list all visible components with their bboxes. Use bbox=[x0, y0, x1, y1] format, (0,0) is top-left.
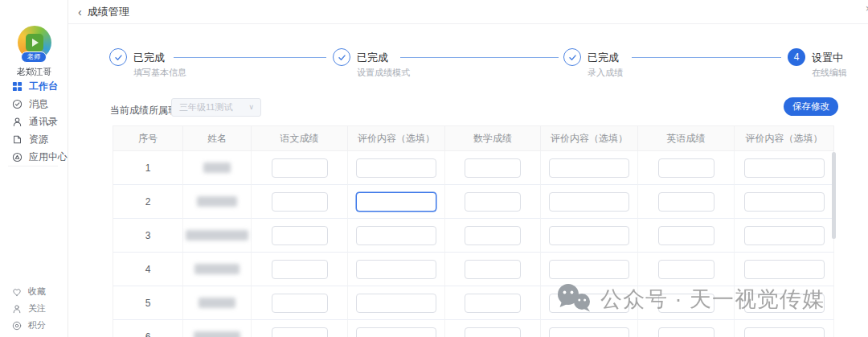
chinese-comment-cell bbox=[348, 185, 445, 219]
english-comment-cell bbox=[735, 151, 834, 185]
column-header: 序号 bbox=[113, 126, 183, 151]
chinese-score-input[interactable] bbox=[272, 192, 328, 212]
table-row: 2 bbox=[113, 185, 834, 219]
math-score-input[interactable] bbox=[465, 294, 521, 313]
points-icon bbox=[12, 321, 22, 331]
sidebar-item-resources[interactable]: 资源 bbox=[0, 130, 68, 148]
english-comment-input[interactable] bbox=[744, 226, 825, 245]
sidebar-item-label: 消息 bbox=[29, 97, 48, 111]
math-score-input[interactable] bbox=[465, 260, 521, 279]
math-score-input[interactable] bbox=[465, 158, 521, 178]
math-score-input[interactable] bbox=[465, 226, 521, 245]
row-number-cell: 3 bbox=[113, 219, 183, 253]
chinese-score-input[interactable] bbox=[272, 327, 328, 337]
sidebar-item-message[interactable]: 消息 bbox=[0, 95, 68, 113]
english-comment-input[interactable] bbox=[744, 260, 825, 279]
english-score-input[interactable] bbox=[658, 260, 714, 279]
chinese-score-input[interactable] bbox=[272, 226, 328, 245]
step-subtitle: 录入成绩 bbox=[588, 67, 623, 79]
sidebar-item-heart[interactable]: 收藏 bbox=[0, 283, 68, 300]
chinese-score-input[interactable] bbox=[272, 260, 328, 279]
main-content: 已完成填写基本信息已完成设置成绩模式已完成录入成绩4设置中在线编辑 当前成绩所属… bbox=[68, 24, 868, 337]
step-title: 已完成 bbox=[588, 51, 619, 65]
save-button[interactable]: 保存修改 bbox=[784, 97, 838, 116]
english-score-cell bbox=[638, 219, 735, 253]
math-score-cell bbox=[445, 286, 541, 320]
chinese-score-input[interactable] bbox=[272, 294, 328, 313]
app-window: 老师 老郑江哥 工作台消息通讯录资源应用中心 收藏关注积分 ‹ 成绩管理 × ×… bbox=[0, 0, 868, 337]
english-comment-input[interactable] bbox=[744, 294, 825, 313]
chevron-left-icon: ‹ bbox=[78, 6, 82, 18]
class-select[interactable]: 三年级11测试 ∨ bbox=[171, 98, 261, 117]
student-name-redacted bbox=[203, 162, 231, 173]
math-comment-input[interactable] bbox=[549, 226, 629, 245]
math-score-input[interactable] bbox=[465, 192, 521, 212]
math-comment-cell bbox=[541, 219, 638, 253]
english-score-cell bbox=[638, 151, 735, 185]
back-button[interactable]: ‹ bbox=[78, 6, 82, 18]
english-comment-cell bbox=[735, 320, 834, 337]
math-score-cell bbox=[445, 219, 541, 253]
table-scrollbar[interactable] bbox=[832, 152, 836, 239]
math-comment-input[interactable] bbox=[549, 192, 629, 212]
chinese-comment-cell bbox=[348, 286, 445, 320]
chinese-comment-input[interactable] bbox=[356, 327, 436, 337]
heart-icon bbox=[12, 287, 22, 297]
column-header: 姓名 bbox=[183, 126, 252, 151]
sidebar-item-app-center[interactable]: 应用中心 bbox=[0, 148, 68, 166]
chinese-score-input[interactable] bbox=[272, 158, 328, 178]
math-comment-cell bbox=[541, 185, 638, 219]
english-score-input[interactable] bbox=[658, 158, 714, 178]
page-title: 成绩管理 bbox=[88, 5, 129, 19]
math-comment-input[interactable] bbox=[549, 260, 629, 279]
student-name-cell bbox=[183, 219, 252, 253]
student-name-cell bbox=[183, 253, 252, 286]
step-title: 设置中 bbox=[812, 51, 843, 65]
chevron-down-icon: ∨ bbox=[248, 103, 254, 111]
english-score-input[interactable] bbox=[658, 327, 714, 337]
english-comment-input[interactable] bbox=[744, 327, 825, 337]
english-score-input[interactable] bbox=[658, 192, 714, 212]
math-comment-input[interactable] bbox=[549, 294, 629, 313]
math-score-input[interactable] bbox=[465, 327, 521, 337]
chinese-comment-input[interactable] bbox=[356, 294, 436, 313]
sidebar-item-points[interactable]: 积分 bbox=[0, 317, 68, 334]
chinese-score-cell bbox=[252, 151, 348, 185]
column-header: 评价内容（选填） bbox=[348, 126, 445, 151]
english-score-input[interactable] bbox=[658, 294, 714, 313]
chinese-comment-input[interactable] bbox=[356, 226, 436, 245]
math-score-cell bbox=[445, 320, 541, 337]
step-subtitle: 填写基本信息 bbox=[133, 67, 186, 79]
sidebar-menu: 工作台消息通讯录资源应用中心 bbox=[0, 77, 68, 166]
math-score-cell bbox=[445, 185, 541, 219]
english-comment-input[interactable] bbox=[744, 158, 825, 178]
chinese-comment-cell bbox=[348, 253, 445, 286]
sidebar-item-follow[interactable]: 关注 bbox=[0, 300, 68, 317]
table-row: 6 bbox=[113, 320, 834, 337]
step-subtitle: 在线编辑 bbox=[812, 67, 847, 79]
math-comment-input[interactable] bbox=[549, 327, 629, 337]
english-score-input[interactable] bbox=[658, 226, 714, 245]
chinese-comment-input[interactable] bbox=[356, 260, 436, 279]
column-header: 数学成绩 bbox=[445, 126, 541, 151]
math-comment-cell bbox=[541, 253, 638, 286]
sidebar-item-contacts[interactable]: 通讯录 bbox=[0, 113, 68, 130]
sidebar: 老师 老郑江哥 工作台消息通讯录资源应用中心 收藏关注积分 bbox=[0, 0, 68, 337]
english-score-cell bbox=[638, 253, 735, 286]
chinese-comment-input[interactable] bbox=[356, 158, 436, 178]
play-logo-icon bbox=[26, 34, 43, 51]
sidebar-item-grid[interactable]: 工作台 bbox=[0, 77, 68, 95]
step-subtitle: 设置成绩模式 bbox=[357, 67, 410, 79]
math-comment-cell bbox=[541, 151, 638, 185]
english-comment-input[interactable] bbox=[744, 192, 825, 212]
step-done-check-icon bbox=[109, 48, 127, 66]
step-title: 已完成 bbox=[357, 51, 388, 65]
chinese-comment-input[interactable] bbox=[356, 192, 436, 212]
column-header: 评价内容（选填） bbox=[541, 126, 638, 151]
student-name-redacted bbox=[194, 264, 240, 274]
step-title: 已完成 bbox=[133, 51, 165, 65]
math-comment-input[interactable] bbox=[549, 158, 629, 178]
sidebar-item-label: 收藏 bbox=[28, 286, 46, 298]
step-connector bbox=[632, 57, 781, 58]
student-name-cell bbox=[183, 320, 252, 337]
